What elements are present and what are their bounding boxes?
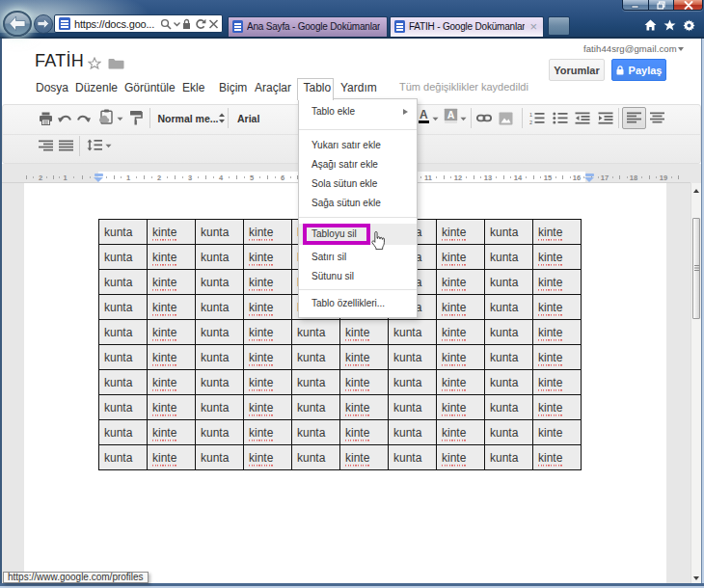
- menubar-item-görüntüle[interactable]: Görüntüle: [124, 81, 176, 94]
- table-cell[interactable]: kinte: [148, 345, 196, 370]
- table-cell[interactable]: kinte: [244, 245, 292, 270]
- home-icon[interactable]: [644, 19, 657, 31]
- table-cell[interactable]: kinte: [244, 270, 292, 295]
- menu-item-sa-a-s-tun-ekle[interactable]: Sağa sütun ekle: [299, 194, 417, 213]
- restore-button[interactable]: [649, 0, 675, 10]
- table-cell[interactable]: kunta: [485, 445, 533, 470]
- style-dropdown[interactable]: Normal me...: [158, 113, 219, 124]
- address-url[interactable]: https://docs.goo...: [74, 18, 154, 30]
- text-color-icon[interactable]: A: [418, 108, 430, 124]
- table-cell[interactable]: kunta: [485, 420, 533, 445]
- table-cell[interactable]: kinte: [533, 245, 582, 270]
- table-cell[interactable]: kunta: [389, 320, 437, 345]
- table-cell[interactable]: kunta: [99, 345, 148, 370]
- menubar-item-düzenle[interactable]: Düzenle: [75, 81, 118, 94]
- menu-item-sat-r-sil[interactable]: Satırı sil: [299, 248, 417, 267]
- table-cell[interactable]: kinte: [437, 445, 485, 470]
- table-cell[interactable]: kinte: [244, 220, 292, 245]
- table-cell[interactable]: kunta: [389, 370, 437, 395]
- minimize-button[interactable]: [623, 0, 649, 10]
- scrollbar-up-icon[interactable]: [693, 189, 699, 193]
- account-dropdown-icon[interactable]: [678, 47, 684, 51]
- comments-button[interactable]: Yorumlar: [549, 59, 605, 81]
- table-cell[interactable]: kinte: [148, 270, 196, 295]
- insert-image-icon[interactable]: [499, 112, 513, 125]
- table-cell[interactable]: kinte: [244, 395, 292, 420]
- table-cell[interactable]: kinte: [533, 370, 582, 395]
- table-cell[interactable]: kunta: [196, 345, 244, 370]
- vertical-scrollbar[interactable]: [690, 183, 701, 583]
- table-cell[interactable]: kinte: [437, 220, 485, 245]
- address-bar[interactable]: https://docs.goo...: [54, 14, 223, 33]
- table-cell[interactable]: kinte: [148, 320, 196, 345]
- tab-fatih[interactable]: FATİH - Google Dokümanlar ×: [390, 16, 544, 38]
- table-cell[interactable]: kinte: [533, 220, 582, 245]
- table-cell[interactable]: kinte: [533, 295, 582, 320]
- table-cell[interactable]: kunta: [485, 245, 533, 270]
- table-cell[interactable]: kunta: [196, 220, 244, 245]
- table-cell[interactable]: kunta: [99, 420, 148, 445]
- table-cell[interactable]: kunta: [99, 220, 148, 245]
- table-cell[interactable]: kinte: [437, 345, 485, 370]
- tab-close-icon[interactable]: ×: [529, 22, 537, 32]
- text-color-dropdown-icon[interactable]: [432, 117, 439, 121]
- stop-icon[interactable]: [208, 19, 219, 29]
- table-cell[interactable]: kunta: [485, 370, 533, 395]
- table-cell[interactable]: kinte: [148, 295, 196, 320]
- table-cell[interactable]: kinte: [437, 395, 485, 420]
- menubar-item-dosya[interactable]: Dosya: [36, 81, 68, 94]
- table-cell[interactable]: kunta: [99, 270, 148, 295]
- table-cell[interactable]: kunta: [485, 395, 533, 420]
- table-cell[interactable]: kinte: [148, 220, 196, 245]
- table-cell[interactable]: kinte: [340, 345, 389, 370]
- account-email[interactable]: fatih44srg@gmail.com: [583, 43, 677, 54]
- scrollbar-thumb[interactable]: [692, 218, 701, 319]
- table-cell[interactable]: kinte: [340, 420, 389, 445]
- table-cell[interactable]: kunta: [99, 295, 148, 320]
- table-cell[interactable]: kunta: [485, 320, 533, 345]
- numbered-list-icon[interactable]: 12: [529, 112, 545, 124]
- table-cell[interactable]: kunta: [99, 370, 148, 395]
- justify-icon[interactable]: [59, 140, 73, 151]
- table-cell[interactable]: kinte: [244, 370, 292, 395]
- menu-item-s-tunu-sil[interactable]: Sütunu sil: [299, 267, 417, 286]
- favorites-star-icon[interactable]: [663, 19, 676, 31]
- font-dropdown[interactable]: Arial: [237, 113, 259, 124]
- align-center-icon[interactable]: [650, 112, 664, 123]
- star-document-icon[interactable]: [88, 57, 101, 69]
- settings-gear-icon[interactable]: [683, 19, 695, 32]
- share-button[interactable]: Paylaş: [611, 59, 666, 81]
- table-cell[interactable]: kunta: [99, 320, 148, 345]
- table-cell[interactable]: kunta: [196, 445, 244, 470]
- table-cell[interactable]: kinte: [244, 420, 292, 445]
- redo-icon[interactable]: [77, 114, 91, 122]
- close-button[interactable]: [674, 0, 702, 10]
- table-cell[interactable]: kunta: [485, 220, 533, 245]
- table-cell[interactable]: kinte: [244, 345, 292, 370]
- folder-icon[interactable]: [108, 58, 124, 69]
- table-cell[interactable]: kinte: [340, 395, 389, 420]
- paint-format-icon[interactable]: [129, 110, 143, 125]
- table-cell[interactable]: kinte: [533, 395, 582, 420]
- table-cell[interactable]: kinte: [437, 295, 485, 320]
- table-cell[interactable]: kinte: [148, 245, 196, 270]
- menu-item-tablo-zellikleri[interactable]: Tablo özellikleri...: [299, 294, 417, 313]
- table-cell[interactable]: kinte: [340, 320, 389, 345]
- table-cell[interactable]: kunta: [99, 395, 148, 420]
- table-cell[interactable]: kinte: [148, 370, 196, 395]
- table-cell[interactable]: kinte: [533, 270, 582, 295]
- table-cell[interactable]: kunta: [485, 295, 533, 320]
- table-cell[interactable]: kunta: [389, 345, 437, 370]
- table-cell[interactable]: kinte: [533, 420, 582, 445]
- table-cell[interactable]: kunta: [292, 370, 340, 395]
- highlight-color-dropdown-icon[interactable]: [460, 117, 467, 121]
- menu-item-sola-s-tun-ekle[interactable]: Sola sütun ekle: [299, 174, 417, 194]
- align-left-icon[interactable]: [627, 112, 641, 123]
- table-cell[interactable]: kinte: [340, 370, 389, 395]
- search-dropdown-icon[interactable]: [173, 21, 181, 27]
- table-cell[interactable]: kunta: [196, 245, 244, 270]
- back-button[interactable]: [3, 11, 32, 37]
- table-cell[interactable]: kinte: [533, 345, 582, 370]
- table-cell[interactable]: kinte: [437, 270, 485, 295]
- table-cell[interactable]: kunta: [292, 345, 340, 370]
